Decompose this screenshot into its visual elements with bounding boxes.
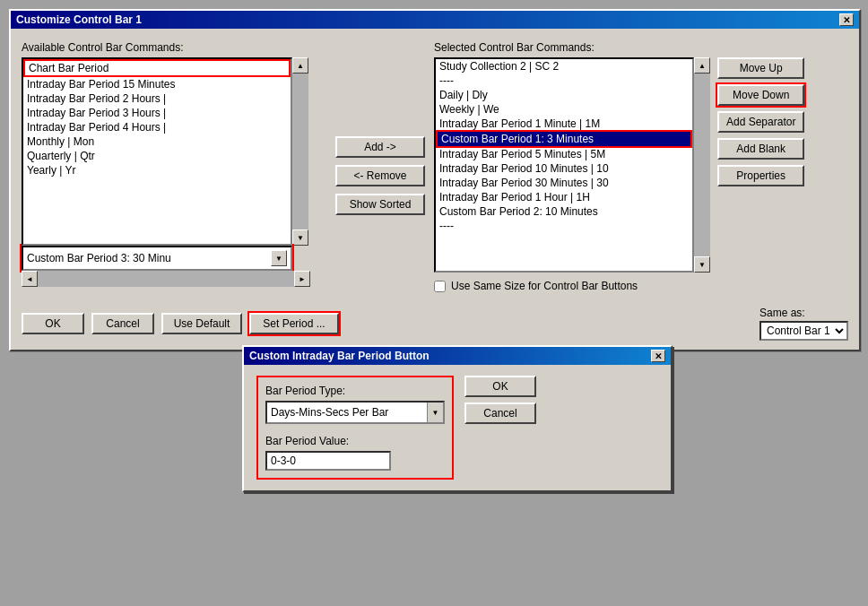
right-action-buttons: Move Up Move Down Add Separator Add Blan… bbox=[717, 57, 804, 273]
main-dialog-body: Available Control Bar Commands: Chart Ba… bbox=[11, 29, 859, 350]
selected-list-wrapper: Study Collection 2 | SC 2 ---- Daily | D… bbox=[434, 57, 710, 273]
list-item[interactable]: Study Collection 2 | SC 2 bbox=[436, 59, 692, 74]
available-panel: Available Control Bar Commands: Chart Ba… bbox=[22, 41, 326, 292]
scroll-track-h bbox=[38, 271, 294, 287]
main-dialog-title: Customize Control Bar 1 bbox=[16, 13, 142, 26]
sub-cancel-button[interactable]: Cancel bbox=[464, 403, 536, 424]
main-title-bar: Customize Control Bar 1 ✕ bbox=[11, 11, 859, 29]
show-sorted-button[interactable]: Show Sorted bbox=[335, 194, 425, 215]
middle-panel: Add -> <- Remove Show Sorted bbox=[335, 41, 425, 292]
remove-button[interactable]: <- Remove bbox=[335, 165, 425, 186]
scroll-track bbox=[694, 74, 710, 256]
sub-dialog-body: Bar Period Type: Days-Mins-Secs Per Bar … bbox=[244, 365, 671, 490]
list-item[interactable]: Quarterly | Qtr bbox=[23, 149, 291, 163]
selected-custom-bar-item[interactable]: Custom Bar Period 1: 3 Minutes bbox=[438, 132, 690, 146]
list-item[interactable]: Chart Bar Period bbox=[25, 61, 289, 75]
list-item[interactable]: Intraday Bar Period 4 Hours | bbox=[23, 120, 291, 134]
selected-label: Selected Control Bar Commands: bbox=[434, 41, 848, 54]
selected-listbox[interactable]: Study Collection 2 | SC 2 ---- Daily | D… bbox=[434, 57, 694, 273]
list-item[interactable]: Intraday Bar Period 30 Minutes | 30 bbox=[436, 176, 692, 190]
same-as-select: Control Bar 1 bbox=[760, 321, 848, 341]
add-separator-button[interactable]: Add Separator bbox=[717, 111, 804, 133]
cancel-button[interactable]: Cancel bbox=[91, 313, 154, 334]
list-item[interactable]: Intraday Bar Period 5 Minutes | 5M bbox=[436, 147, 692, 161]
bar-period-value-label: Bar Period Value: bbox=[265, 435, 445, 447]
main-close-button[interactable]: ✕ bbox=[839, 13, 854, 26]
ok-button[interactable]: OK bbox=[22, 313, 84, 334]
bar-period-type-value: Days-Mins-Secs Per Bar bbox=[267, 404, 427, 420]
bottom-action-row: OK Cancel Use Default Set Period ... Sam… bbox=[22, 307, 848, 341]
list-item[interactable]: Custom Bar Period 2: 10 Minutes bbox=[436, 204, 692, 219]
sub-ok-button[interactable]: OK bbox=[464, 376, 536, 397]
move-up-button[interactable]: Move Up bbox=[717, 57, 804, 79]
properties-button[interactable]: Properties bbox=[717, 165, 804, 186]
selected-panel: Selected Control Bar Commands: Study Col… bbox=[434, 41, 848, 292]
list-item[interactable]: Daily | Dly bbox=[436, 88, 692, 102]
set-period-button[interactable]: Set Period ... bbox=[249, 313, 339, 334]
same-as-section: Same as: Control Bar 1 bbox=[760, 307, 848, 341]
list-item[interactable]: Weekly | We bbox=[436, 102, 692, 117]
scroll-left-btn[interactable]: ◄ bbox=[22, 271, 38, 287]
list-item[interactable]: Intraday Bar Period 1 Hour | 1H bbox=[436, 190, 692, 204]
checkbox-row: Use Same Size for Control Bar Buttons bbox=[434, 280, 848, 292]
add-button[interactable]: Add -> bbox=[335, 136, 425, 158]
dropdown-arrow-btn[interactable]: ▼ bbox=[271, 250, 287, 266]
list-item[interactable]: Yearly | Yr bbox=[23, 163, 291, 177]
bar-period-value-input[interactable] bbox=[265, 451, 391, 471]
list-item[interactable]: ---- bbox=[436, 219, 692, 233]
selected-area: Study Collection 2 | SC 2 ---- Daily | D… bbox=[434, 57, 848, 273]
list-item[interactable]: Intraday Bar Period 2 Hours | bbox=[23, 91, 291, 106]
same-as-label: Same as: bbox=[760, 307, 805, 319]
scroll-down-btn[interactable]: ▼ bbox=[292, 229, 308, 246]
available-listbox[interactable]: Chart Bar Period Intraday Bar Period 15 … bbox=[22, 57, 292, 246]
available-bottom-row: Custom Bar Period 3: 30 Minu ▼ bbox=[22, 246, 326, 271]
available-scrollbar-v[interactable]: ▲ ▼ bbox=[292, 57, 308, 246]
scroll-right-btn[interactable]: ► bbox=[294, 271, 310, 287]
bar-period-type-label: Bar Period Type: bbox=[265, 385, 445, 397]
bar-period-type-dropdown-btn[interactable]: ▼ bbox=[427, 403, 443, 422]
sub-right-panel: OK Cancel bbox=[464, 376, 536, 480]
sub-left-panel: Bar Period Type: Days-Mins-Secs Per Bar … bbox=[265, 385, 445, 471]
available-hscroll-row: ◄ ► bbox=[22, 271, 326, 287]
custom-bar-period-item[interactable]: Custom Bar Period 3: 30 Minu ▼ bbox=[22, 246, 292, 271]
main-dialog: Customize Control Bar 1 ✕ Available Cont… bbox=[9, 9, 861, 351]
same-size-checkbox[interactable] bbox=[434, 281, 446, 292]
available-label: Available Control Bar Commands: bbox=[22, 41, 326, 54]
selected-scrollbar-v[interactable]: ▲ ▼ bbox=[694, 57, 710, 273]
same-size-label: Use Same Size for Control Bar Buttons bbox=[451, 280, 638, 292]
scroll-up-btn[interactable]: ▲ bbox=[694, 57, 710, 74]
list-item[interactable]: Intraday Bar Period 10 Minutes | 10 bbox=[436, 161, 692, 176]
available-scrollbar-h[interactable]: ◄ ► bbox=[22, 271, 310, 287]
list-item[interactable]: ---- bbox=[436, 74, 692, 88]
scroll-up-btn[interactable]: ▲ bbox=[292, 57, 308, 74]
move-down-button[interactable]: Move Down bbox=[717, 84, 804, 106]
add-blank-button[interactable]: Add Blank bbox=[717, 138, 804, 160]
available-list-wrapper: Chart Bar Period Intraday Bar Period 15 … bbox=[22, 57, 326, 246]
same-as-dropdown[interactable]: Control Bar 1 bbox=[760, 321, 848, 341]
sub-dialog: Custom Intraday Bar Period Button ✕ Bar … bbox=[242, 345, 673, 492]
sub-close-button[interactable]: ✕ bbox=[651, 350, 665, 362]
sub-content-border: Bar Period Type: Days-Mins-Secs Per Bar … bbox=[256, 376, 454, 480]
bar-period-type-input[interactable]: Days-Mins-Secs Per Bar ▼ bbox=[265, 401, 445, 424]
sub-title-bar: Custom Intraday Bar Period Button ✕ bbox=[244, 347, 671, 365]
list-item[interactable]: Intraday Bar Period 1 Minute | 1M bbox=[436, 117, 692, 131]
list-item[interactable]: Intraday Bar Period 3 Hours | bbox=[23, 106, 291, 120]
sub-dialog-title: Custom Intraday Bar Period Button bbox=[249, 350, 430, 362]
list-item[interactable]: Monthly | Mon bbox=[23, 134, 291, 149]
scroll-down-btn[interactable]: ▼ bbox=[694, 256, 710, 273]
use-default-button[interactable]: Use Default bbox=[161, 313, 242, 334]
scroll-track bbox=[292, 74, 308, 229]
list-item[interactable]: Intraday Bar Period 15 Minutes bbox=[23, 77, 291, 91]
columns-row: Available Control Bar Commands: Chart Ba… bbox=[22, 41, 848, 292]
